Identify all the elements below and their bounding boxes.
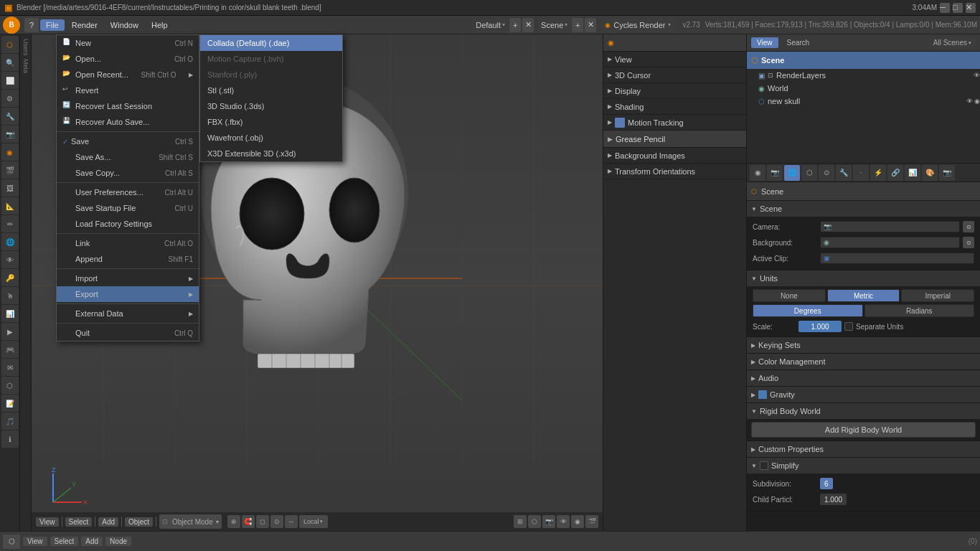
pi-particles-btn[interactable]: ·: [853, 165, 869, 181]
bb-select-btn[interactable]: Select: [50, 537, 79, 546]
vp-cam-icon[interactable]: 📷: [542, 515, 555, 528]
color-mgmt-header[interactable]: ▶ Color Management: [747, 354, 980, 369]
pi-data-btn[interactable]: 📊: [905, 165, 920, 181]
subdiv-value[interactable]: 6: [820, 478, 833, 489]
fm-recover-auto[interactable]: 💾 Recover Auto Save...: [57, 114, 199, 130]
workspace-add-btn[interactable]: +: [509, 18, 521, 32]
skull-render[interactable]: ◉: [974, 98, 980, 105]
es-3dstudio[interactable]: 3D Studio (.3ds): [200, 98, 342, 114]
pi-world-btn[interactable]: 🌐: [784, 165, 800, 181]
bb-scene-icon[interactable]: ⬡: [3, 534, 20, 549]
lt-btn-5[interactable]: 📷: [1, 126, 19, 143]
vp-xray-icon[interactable]: ◻: [256, 515, 269, 528]
custom-props-header[interactable]: ▶ Custom Properties: [747, 441, 980, 457]
pi-obj2-btn[interactable]: ⊙: [819, 165, 834, 181]
units-header[interactable]: ▼ Units: [747, 270, 980, 286]
rigid-body-header[interactable]: ▼ Rigid Body World: [747, 403, 980, 419]
lt-btn-4[interactable]: 🔧: [1, 108, 19, 125]
es-fbx[interactable]: FBX (.fbx): [200, 114, 342, 130]
vp-add-btn[interactable]: Add: [98, 517, 118, 527]
background-icon-btn[interactable]: ⊙: [963, 237, 974, 248]
pi-render-btn[interactable]: ◉: [750, 165, 765, 181]
menu-help-icon[interactable]: ?: [24, 18, 39, 32]
lt-btn-16[interactable]: ✉: [1, 359, 19, 376]
render-engine-selector[interactable]: ◉ Cycles Render ▾: [600, 18, 675, 32]
menu-file[interactable]: File: [40, 19, 65, 31]
lt-btn-17[interactable]: 📝: [1, 395, 19, 412]
separate-units-cb[interactable]: [844, 322, 853, 331]
camera-icon-btn[interactable]: ⊙: [963, 221, 974, 232]
scene-name-row[interactable]: ⬡ Scene: [747, 52, 980, 69]
lt-btn-12[interactable]: 🔑: [1, 269, 19, 286]
fm-user-prefs[interactable]: User Preferences... Ctrl Alt U: [57, 184, 199, 200]
lt-btn-info[interactable]: ℹ: [1, 430, 19, 448]
menu-help[interactable]: Help: [146, 19, 174, 31]
tree-world[interactable]: ◉ World: [747, 82, 980, 95]
menu-window[interactable]: Window: [105, 19, 144, 31]
lt-btn-13[interactable]: 🖱: [1, 287, 19, 304]
minimize-icon[interactable]: ─: [940, 3, 950, 13]
vp-view-icon[interactable]: 👁: [557, 515, 570, 528]
scene-selector[interactable]: Scene ▾: [538, 18, 570, 32]
vp-pivot-icon[interactable]: ⊕: [227, 515, 240, 528]
vp-view-btn[interactable]: View: [36, 517, 59, 527]
meta-strip-label[interactable]: Meta: [22, 59, 29, 73]
lt-btn-11[interactable]: 👁: [1, 251, 19, 268]
vp-manip-icon[interactable]: ↔: [285, 515, 298, 528]
pi-texture-btn[interactable]: 📷: [939, 165, 955, 181]
vp-mode-dropdown[interactable]: ⊡ Object Mode ▾: [159, 514, 222, 529]
tree-renderlayers[interactable]: ▣ ⊡ RenderLayers 👁: [747, 69, 980, 82]
unit-imperial-btn[interactable]: Imperial: [901, 289, 974, 302]
scale-value[interactable]: 1.000: [798, 321, 842, 332]
lt-btn-18[interactable]: 🎵: [1, 413, 19, 430]
es-stl[interactable]: Stl (.stl): [200, 83, 342, 98]
unit-none-btn[interactable]: None: [753, 289, 826, 302]
fm-recover-last[interactable]: 🔄 Recover Last Session: [57, 98, 199, 114]
prop-3dcursor[interactable]: ▶ 3D Cursor: [603, 67, 746, 83]
vp-snap-icon[interactable]: 🧲: [242, 515, 255, 528]
fm-revert[interactable]: ↩ Revert: [57, 83, 199, 98]
prop-display[interactable]: ▶ Display: [603, 83, 746, 99]
prop-view[interactable]: ▶ View: [603, 52, 746, 67]
prop-shading[interactable]: ▶ Shading: [603, 99, 746, 115]
fm-open[interactable]: 📂 Open... Ctrl O: [57, 51, 199, 67]
bb-view-btn[interactable]: View: [23, 537, 47, 546]
fm-save-startup[interactable]: Save Startup File Ctrl U: [57, 200, 199, 216]
activeclip-value[interactable]: ▣: [820, 253, 974, 264]
scene-close-btn[interactable]: ✕: [585, 18, 596, 32]
lt-btn-3[interactable]: ⚙: [1, 90, 19, 107]
fm-quit[interactable]: Quit Ctrl Q: [57, 325, 199, 341]
gravity-check[interactable]: [758, 390, 767, 399]
pi-material-btn[interactable]: 🎨: [922, 165, 938, 181]
unit-metric-btn[interactable]: Metric: [827, 289, 900, 302]
lt-btn-8[interactable]: 📐: [1, 197, 19, 215]
renderlayers-eye[interactable]: 👁: [974, 72, 980, 79]
vp-grid-icon[interactable]: ⊞: [514, 515, 527, 528]
fm-save-as[interactable]: Save As... Shift Ctrl S: [57, 149, 199, 165]
lt-btn-14[interactable]: 📊: [1, 305, 19, 322]
lt-btn-10[interactable]: 🌐: [1, 233, 19, 250]
fm-save[interactable]: ✓ Save Ctrl S: [57, 133, 199, 149]
simplify-check[interactable]: [760, 461, 768, 470]
fm-open-recent[interactable]: 📂 Open Recent... Shift Ctrl O: [57, 67, 199, 83]
unit-degrees-btn[interactable]: Degrees: [753, 304, 863, 317]
es-wavefront[interactable]: Wavefront (.obj): [200, 130, 342, 146]
vp-local-dropdown[interactable]: Local ▾: [299, 515, 328, 528]
vp-render2-icon[interactable]: 🎬: [585, 515, 598, 528]
fm-append[interactable]: Append Shift F1: [57, 251, 199, 267]
pi-scene-btn[interactable]: 📷: [767, 165, 783, 181]
lt-btn-6[interactable]: 🎬: [1, 161, 19, 179]
scene-strip-label[interactable]: Users: [22, 39, 29, 56]
fm-import[interactable]: Import: [57, 270, 199, 286]
workspace-close-btn[interactable]: ✕: [522, 18, 534, 32]
vp-object-btn[interactable]: Object: [125, 517, 153, 527]
prop-transform[interactable]: ▶ Transform Orientations: [603, 164, 746, 179]
bb-node-btn[interactable]: Node: [105, 537, 131, 546]
prop-motion-tracking[interactable]: ▶ Motion Tracking: [603, 115, 746, 131]
es-x3d[interactable]: X3D Extensible 3D (.x3d): [200, 146, 342, 161]
lt-btn-node[interactable]: ⬡: [1, 377, 19, 394]
pi-obj-btn[interactable]: ⬡: [801, 165, 817, 181]
fm-link[interactable]: Link Ctrl Alt O: [57, 235, 199, 251]
simplify-header[interactable]: ▼ Simplify: [747, 458, 980, 474]
fm-new[interactable]: 📄 New Ctrl N: [57, 35, 199, 51]
